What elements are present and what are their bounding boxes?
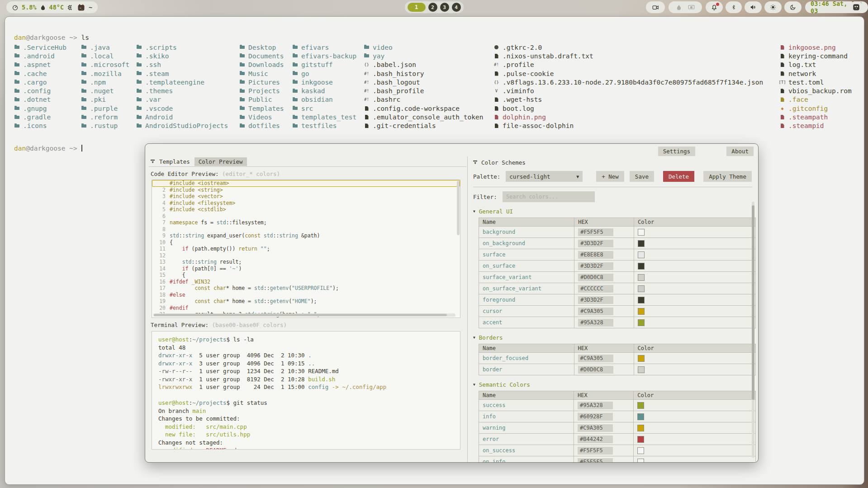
list-item[interactable]: src	[292, 104, 356, 113]
list-item[interactable]: .templateengine	[136, 78, 228, 86]
list-item[interactable]: Documents	[239, 52, 284, 60]
list-item[interactable]: .themes	[136, 86, 228, 95]
color-name-cell[interactable]: border_focused	[479, 353, 574, 364]
list-item[interactable]: .icons	[14, 122, 66, 130]
list-item[interactable]: .emulator_console_auth_token	[364, 113, 483, 121]
color-swatch[interactable]	[638, 355, 645, 362]
list-item[interactable]: gitstuff	[292, 61, 356, 69]
list-item[interactable]: #!.bash_logout	[364, 78, 483, 86]
hex-value-field[interactable]: #C9A305	[578, 424, 613, 432]
tab-color-preview[interactable]: Color Preview	[194, 157, 247, 166]
hex-value-field[interactable]: #3D3D2F	[578, 240, 613, 247]
code-vertical-scrollbar[interactable]	[457, 181, 460, 235]
list-item[interactable]: .java	[81, 43, 129, 52]
list-item[interactable]: .mozilla	[81, 69, 129, 78]
hex-value-field[interactable]: #F5F5F5	[578, 458, 613, 463]
section-title[interactable]: ▼General UI	[473, 208, 756, 215]
list-item[interactable]: testfiles	[292, 122, 356, 130]
list-item[interactable]: .scripts	[136, 43, 228, 52]
hex-value-field[interactable]: #C9A305	[578, 355, 613, 362]
list-item[interactable]: .ServiceHub	[14, 43, 66, 52]
list-item[interactable]: kaskad	[292, 86, 356, 95]
color-name-cell[interactable]: background	[479, 227, 574, 238]
list-item[interactable]: go	[292, 69, 356, 78]
tray-app-pill[interactable]	[849, 1, 863, 13]
list-item[interactable]: keyring-command	[779, 52, 852, 60]
collapse-icon[interactable]: ▼	[151, 160, 155, 164]
list-item[interactable]: Android	[136, 113, 228, 121]
list-item[interactable]: .face	[779, 95, 852, 104]
color-swatch[interactable]	[638, 263, 645, 270]
collapse-icon[interactable]: ▼	[473, 161, 477, 165]
color-swatch[interactable]	[638, 319, 645, 326]
color-name-cell[interactable]: on_success	[479, 445, 574, 456]
hex-value-field[interactable]: #B44242	[578, 436, 613, 443]
list-item[interactable]: .local	[81, 52, 129, 60]
list-item[interactable]: V.viminfo	[493, 86, 763, 95]
list-item[interactable]: .microsoft	[81, 61, 129, 69]
list-item[interactable]: #!.bash_history	[364, 69, 483, 78]
save-button[interactable]: Save	[630, 171, 654, 182]
color-swatch[interactable]	[637, 459, 644, 463]
screenshot-tools-pill[interactable]	[669, 1, 702, 13]
list-item[interactable]: .rustup	[81, 122, 129, 130]
volume-pill[interactable]	[745, 1, 762, 13]
color-swatch[interactable]	[638, 251, 645, 258]
list-item[interactable]: Music	[239, 69, 284, 78]
color-swatch[interactable]	[638, 274, 645, 281]
palette-select[interactable]: cursed-light ▼	[506, 171, 583, 182]
apply-theme-button[interactable]: Apply Theme	[703, 171, 752, 182]
list-item[interactable]: Desktop	[239, 43, 284, 52]
color-swatch[interactable]	[637, 413, 644, 420]
color-name-cell[interactable]: error	[479, 434, 574, 445]
color-name-cell[interactable]: surface_variant	[479, 272, 574, 283]
list-item[interactable]: .vscode	[136, 104, 228, 113]
list-item[interactable]: .cargo	[14, 78, 66, 86]
color-swatch[interactable]	[637, 436, 644, 443]
focused-app-pill[interactable]: >_ ~	[71, 1, 98, 13]
settings-button[interactable]: Settings	[658, 147, 695, 156]
list-item[interactable]: Pictures	[239, 78, 284, 86]
color-name-cell[interactable]: cursor	[479, 306, 574, 317]
bluetooth-pill[interactable]	[726, 1, 742, 13]
list-item[interactable]: .skiko	[136, 52, 228, 60]
list-item[interactable]: .wget-hsts	[493, 95, 763, 104]
list-item[interactable]: ◆.gitconfig	[779, 104, 852, 113]
list-item[interactable]: obsidian	[292, 95, 356, 104]
list-item[interactable]: .nuget	[81, 86, 129, 95]
brightness-pill[interactable]	[764, 1, 782, 13]
list-item[interactable]: vbios_backup.rom	[779, 86, 852, 95]
list-item[interactable]: efivars	[292, 43, 356, 52]
delete-button[interactable]: Delete	[663, 171, 694, 182]
list-item[interactable]: {}.v8flags.13.6.233.10-node.27.9180b4da3…	[493, 78, 763, 86]
screencast-pill[interactable]	[646, 1, 665, 13]
color-swatch[interactable]	[637, 402, 644, 409]
color-swatch[interactable]	[638, 229, 645, 236]
list-item[interactable]: .config.code-workspace	[364, 104, 483, 113]
code-horizontal-scrollbar[interactable]	[153, 313, 455, 317]
list-item[interactable]: #!.profile	[493, 61, 763, 69]
list-item[interactable]: efivars-backup	[292, 52, 356, 60]
hex-value-field[interactable]: #F5F5F5	[578, 447, 613, 455]
filter-input[interactable]	[503, 191, 595, 202]
color-name-cell[interactable]: surface	[479, 249, 574, 261]
list-item[interactable]: .android	[14, 52, 66, 60]
color-swatch[interactable]	[638, 285, 645, 292]
list-item[interactable]: [T]test.toml	[779, 78, 852, 86]
list-item[interactable]: #!.bash_profile	[364, 86, 483, 95]
list-item[interactable]: .npm	[81, 78, 129, 86]
list-item[interactable]: AndroidStudioProjects	[136, 122, 228, 130]
list-item[interactable]: file-assoc-dolphin	[493, 122, 763, 130]
color-swatch[interactable]	[637, 447, 644, 454]
color-name-cell[interactable]: on_surface_variant	[479, 283, 574, 294]
list-item[interactable]: .gtkrc-2.0	[493, 43, 763, 52]
hex-value-field[interactable]: #3D3D2F	[578, 296, 613, 304]
list-item[interactable]: .ssh	[136, 61, 228, 69]
color-name-cell[interactable]: warning	[479, 422, 574, 434]
list-item[interactable]: .reform	[81, 113, 129, 121]
section-title[interactable]: ▼Borders	[473, 334, 756, 341]
color-name-cell[interactable]: border	[479, 364, 574, 375]
hex-value-field[interactable]: #C9A305	[578, 308, 613, 315]
workspace-2[interactable]: 2	[428, 3, 437, 12]
color-swatch[interactable]	[637, 425, 644, 431]
